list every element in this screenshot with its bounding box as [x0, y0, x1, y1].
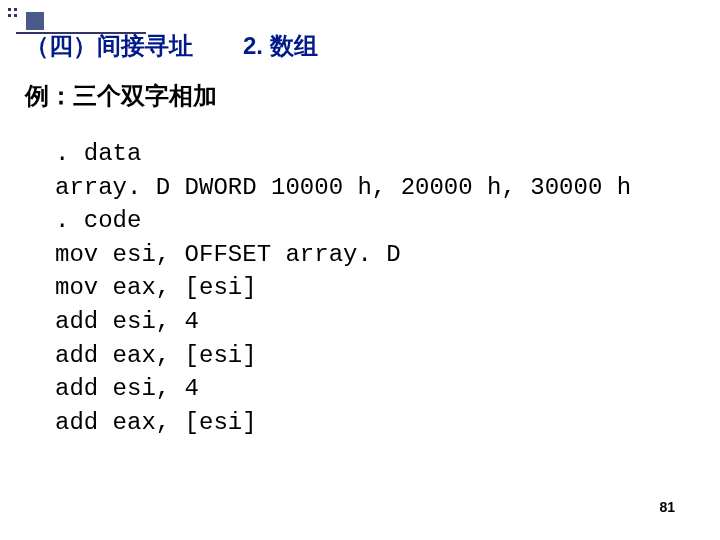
divider-line [16, 32, 146, 34]
code-line: add esi, 4 [55, 372, 695, 406]
slide-decoration [8, 8, 17, 17]
code-line: . data [55, 137, 695, 171]
section-title: （四）间接寻址 [25, 30, 193, 62]
code-line: mov esi, OFFSET array. D [55, 238, 695, 272]
code-block: . data array. D DWORD 10000 h, 20000 h, … [25, 137, 695, 439]
subsection-title: 2. 数组 [243, 30, 318, 62]
example-label: 例：三个双字相加 [25, 80, 695, 112]
code-line: array. D DWORD 10000 h, 20000 h, 30000 h [55, 171, 695, 205]
dot-grid-icon [8, 8, 17, 17]
code-line: add eax, [esi] [55, 406, 695, 440]
square-icon [26, 12, 44, 30]
code-line: mov eax, [esi] [55, 271, 695, 305]
slide-content: （四）间接寻址 2. 数组 例：三个双字相加 . data array. D D… [0, 0, 720, 439]
code-line: add esi, 4 [55, 305, 695, 339]
title-row: （四）间接寻址 2. 数组 [25, 30, 695, 62]
page-number: 81 [659, 499, 675, 515]
code-line: . code [55, 204, 695, 238]
code-line: add eax, [esi] [55, 339, 695, 373]
